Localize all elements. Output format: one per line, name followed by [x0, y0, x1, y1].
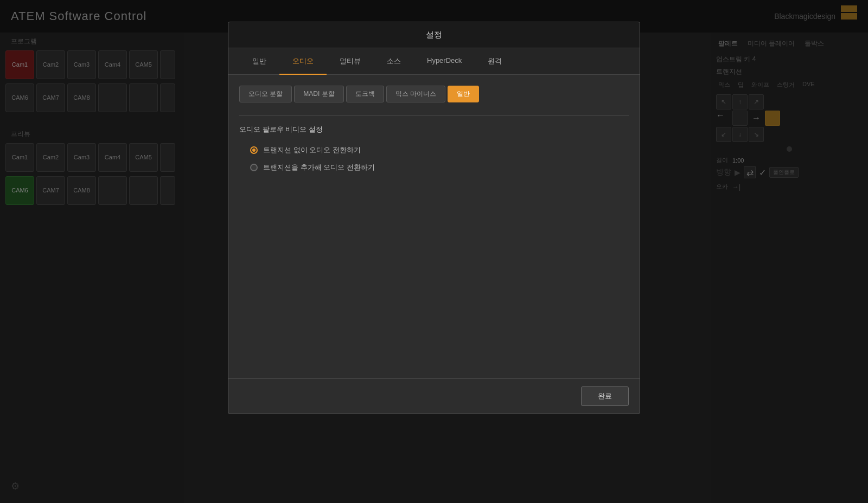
sub-tab-talkback[interactable]: 토크백 — [346, 86, 384, 102]
modal-tab-remote[interactable]: 원격 — [475, 49, 515, 75]
radio-group: 트랜지션 없이 오디오 전환하기 트랜지션을 추가해 오디오 전환하기 — [239, 145, 629, 172]
radio-label-1: 트랜지션 없이 오디오 전환하기 — [263, 145, 361, 155]
divider — [239, 115, 629, 116]
modal-tab-general[interactable]: 일반 — [239, 49, 279, 75]
sub-tabs: 오디오 분할 MADI 분할 토크백 믹스 마이너스 일반 — [239, 86, 629, 102]
radio-label-2: 트랜지션을 추가해 오디오 전환하기 — [263, 163, 375, 172]
modal-footer: 완료 — [228, 378, 640, 414]
sub-tab-general[interactable]: 일반 — [448, 86, 479, 102]
radio-item-1[interactable]: 트랜지션 없이 오디오 전환하기 — [250, 145, 629, 155]
sub-tab-mix-minus[interactable]: 믹스 마이너스 — [386, 86, 445, 102]
section-title: 오디오 팔로우 비디오 설정 — [239, 125, 629, 134]
modal-body: 오디오 분할 MADI 분할 토크백 믹스 마이너스 일반 오디오 팔로우 비디… — [228, 75, 640, 378]
modal-title: 설정 — [426, 30, 442, 39]
radio-circle-2[interactable] — [250, 164, 258, 171]
sub-tab-madi-split[interactable]: MADI 분할 — [294, 86, 343, 102]
modal-tab-hyperdeck[interactable]: HyperDeck — [414, 49, 475, 75]
modal-tab-source[interactable]: 소스 — [374, 49, 414, 75]
sub-tab-audio-split[interactable]: 오디오 분할 — [239, 86, 292, 102]
modal-tab-multiview[interactable]: 멀티뷰 — [327, 49, 374, 75]
radio-circle-1[interactable] — [250, 146, 258, 154]
modal-header: 설정 — [228, 22, 640, 48]
settings-modal: 설정 일반 오디오 멀티뷰 소스 HyperDeck 원격 오디오 분할 MAD… — [228, 22, 640, 414]
modal-tabs: 일반 오디오 멀티뷰 소스 HyperDeck 원격 — [228, 48, 640, 75]
modal-overlay: 설정 일반 오디오 멀티뷰 소스 HyperDeck 원격 오디오 분할 MAD… — [0, 0, 868, 503]
done-button[interactable]: 완료 — [581, 386, 629, 406]
modal-tab-audio[interactable]: 오디오 — [279, 49, 327, 75]
radio-item-2[interactable]: 트랜지션을 추가해 오디오 전환하기 — [250, 163, 629, 172]
